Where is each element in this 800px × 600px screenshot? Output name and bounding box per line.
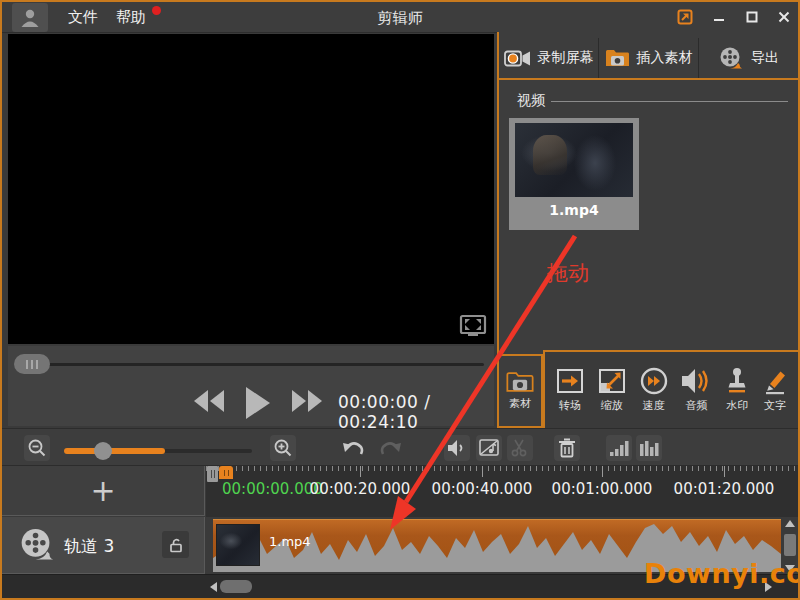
export-button[interactable]: 导出	[699, 38, 798, 78]
maximize-icon	[745, 10, 759, 24]
track-header: 轨道 3	[2, 517, 205, 574]
rewind-icon	[192, 388, 226, 414]
tab-speed[interactable]: 速度	[639, 367, 669, 413]
tab-material[interactable]: 素材	[499, 354, 543, 428]
scroll-up-arrow[interactable]	[785, 520, 795, 527]
media-item-label: 1.mp4	[509, 202, 639, 218]
zoom-out-button[interactable]	[24, 435, 50, 461]
scroll-left-arrow[interactable]	[210, 582, 217, 592]
tab-watermark[interactable]: 水印	[724, 367, 750, 413]
ruler-label: 00:00:20.000	[310, 480, 411, 498]
zoom-out-icon	[27, 438, 47, 458]
playhead-handle[interactable]	[207, 466, 218, 482]
maximize-button[interactable]	[741, 7, 763, 27]
ruler-label: 00:01:20.000	[674, 480, 775, 498]
redo-icon	[379, 439, 403, 459]
playhead-marker[interactable]	[219, 466, 233, 479]
transition-icon	[555, 367, 585, 395]
material-folder-icon	[506, 371, 534, 393]
add-track-cell[interactable]: +	[2, 466, 205, 516]
text-pencil-icon	[762, 367, 788, 395]
slider-handle[interactable]	[94, 442, 112, 460]
fast-forward-icon	[290, 388, 324, 414]
zoom-in-icon	[273, 438, 293, 458]
scale-icon	[597, 367, 627, 395]
tab-scale[interactable]: 缩放	[597, 367, 627, 413]
transport-panel: 00:00:00 / 00:24:10	[8, 346, 494, 426]
unlock-icon	[168, 537, 184, 553]
audio-equalizer-button[interactable]	[636, 435, 662, 461]
timeline-zoom-slider[interactable]	[64, 449, 252, 453]
tab-transition[interactable]: 转场	[555, 367, 585, 413]
tools-row: 转场 缩放 速度	[543, 350, 798, 428]
tab-transition-label: 转场	[559, 398, 581, 413]
add-track-button[interactable]: +	[90, 476, 115, 506]
audio-speaker-icon	[680, 367, 712, 395]
minimize-icon	[712, 10, 726, 24]
slider-fill	[64, 448, 165, 454]
play-icon	[243, 386, 271, 420]
scissors-icon	[510, 439, 530, 457]
popout-icon	[676, 8, 694, 26]
titlebar: 文件 帮助 剪辑师	[2, 2, 798, 33]
watermark-stamp-icon	[724, 367, 750, 395]
tab-text[interactable]: 文字	[762, 367, 788, 413]
clip-audio-detach-button[interactable]	[476, 435, 502, 461]
folder-camera-icon	[605, 48, 630, 68]
section-divider	[551, 101, 788, 102]
rewind-button[interactable]	[190, 384, 228, 418]
export-label: 导出	[751, 49, 779, 67]
audio-fade-in-button[interactable]	[606, 435, 632, 461]
speed-icon	[639, 367, 669, 395]
tab-text-label: 文字	[764, 398, 786, 413]
horizontal-scroll-handle[interactable]	[220, 580, 252, 593]
minimize-button[interactable]	[708, 7, 730, 27]
app-window: 文件 帮助 剪辑师	[0, 0, 800, 600]
play-button[interactable]	[240, 384, 274, 422]
tab-audio-label: 音频	[685, 398, 707, 413]
film-reel-icon	[718, 47, 744, 70]
video-preview	[8, 34, 494, 344]
record-screen-label: 录制屏幕	[538, 49, 594, 67]
media-section-title: 视频	[517, 92, 545, 110]
media-thumbnail-image	[515, 123, 633, 197]
ruler-label: 00:01:00.000	[552, 480, 653, 498]
clip-thumbnail-image	[216, 524, 260, 566]
seek-bar[interactable]	[18, 363, 484, 366]
close-button[interactable]	[773, 7, 795, 27]
track-reel-icon	[18, 528, 56, 562]
clip-volume-button[interactable]	[444, 435, 470, 461]
insert-media-button[interactable]: 插入素材	[599, 38, 699, 78]
mini-mode-button[interactable]	[674, 7, 696, 27]
bars-ascending-icon	[609, 439, 629, 457]
track-lock-button[interactable]	[162, 531, 189, 558]
ruler-current-time: 00:00:00.000	[222, 480, 323, 498]
tab-scale-label: 缩放	[601, 398, 623, 413]
trash-icon	[558, 438, 576, 458]
track-name: 轨道 3	[64, 535, 114, 558]
record-screen-button[interactable]: 录制屏幕	[499, 38, 599, 78]
vertical-scroll-handle[interactable]	[784, 534, 796, 556]
site-watermark: Downyi.com	[644, 558, 800, 589]
delete-button[interactable]	[554, 435, 580, 461]
panel-button-row: 录制屏幕 插入素材	[499, 38, 798, 80]
media-item-card[interactable]: 1.mp4	[509, 118, 639, 230]
ruler-ticks	[206, 466, 798, 471]
seek-handle[interactable]	[14, 354, 50, 374]
tab-speed-label: 速度	[643, 398, 665, 413]
fullscreen-button[interactable]	[458, 314, 488, 340]
zoom-in-button[interactable]	[270, 435, 296, 461]
timeline-ruler[interactable]: 00:00:00.000 00:00:20.000 00:00:40.000 0…	[206, 466, 798, 517]
fullscreen-icon	[458, 314, 488, 340]
insert-media-label: 插入素材	[637, 49, 693, 67]
media-browser-panel: 录制屏幕 插入素材	[497, 32, 798, 428]
drag-hint-annotation: 拖动	[547, 259, 589, 287]
ruler-label: 00:00:40.000	[432, 480, 533, 498]
undo-button[interactable]	[340, 437, 366, 461]
time-display: 00:00:00 / 00:24:10	[338, 392, 494, 432]
tab-audio[interactable]: 音频	[680, 367, 712, 413]
timeline-toolbar	[2, 428, 798, 466]
fast-forward-button[interactable]	[288, 384, 326, 418]
redo-button[interactable]	[378, 437, 404, 461]
split-clip-button[interactable]	[507, 435, 533, 461]
